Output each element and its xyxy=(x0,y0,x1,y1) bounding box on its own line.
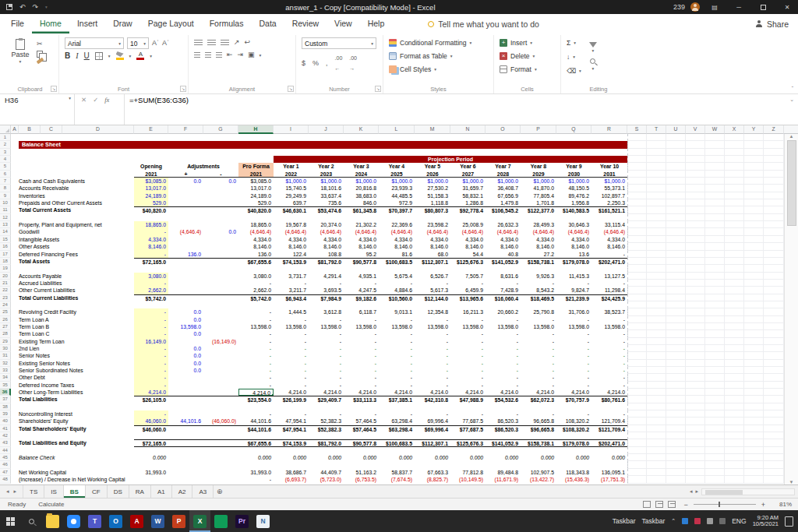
align-bottom-icon[interactable] xyxy=(221,40,229,46)
cell[interactable]: 29,249.9 xyxy=(274,192,309,199)
cell[interactable] xyxy=(647,417,666,425)
cell[interactable]: - xyxy=(556,410,591,417)
cell[interactable]: 1,956.8 xyxy=(556,199,591,206)
cell[interactable]: 0.0 xyxy=(168,367,203,374)
cell[interactable]: $42,310.8 xyxy=(415,396,450,403)
cell[interactable] xyxy=(764,265,784,272)
cell[interactable] xyxy=(168,258,203,265)
cell[interactable]: 58,837.7 xyxy=(379,469,415,476)
cell[interactable]: - xyxy=(309,330,344,337)
cell[interactable] xyxy=(686,294,705,301)
cell[interactable]: 33,637.4 xyxy=(309,192,344,199)
cell[interactable]: 25,790.8 xyxy=(521,308,556,315)
cell[interactable] xyxy=(705,454,725,461)
cell[interactable] xyxy=(11,432,627,439)
cell[interactable] xyxy=(168,287,203,294)
avatar[interactable] xyxy=(690,2,700,12)
cell[interactable] xyxy=(168,469,203,476)
cell[interactable]: - xyxy=(309,280,344,287)
cell[interactable] xyxy=(705,330,725,337)
cell[interactable]: 4,334.0 xyxy=(309,236,344,243)
cell[interactable] xyxy=(686,265,705,272)
row-header-17[interactable]: 17 xyxy=(0,251,11,258)
cell[interactable]: 20,660.2 xyxy=(486,308,521,315)
cell[interactable]: - xyxy=(309,338,344,345)
column-header-S[interactable]: S xyxy=(627,125,647,134)
cell[interactable] xyxy=(744,396,764,403)
cell[interactable]: $141,052.9 xyxy=(486,439,521,446)
cell[interactable]: 136.0 xyxy=(238,251,274,258)
cell[interactable]: 0.000 xyxy=(556,454,591,461)
cell[interactable] xyxy=(666,251,686,258)
cell[interactable] xyxy=(686,228,705,235)
cell[interactable] xyxy=(764,316,784,323)
row-header-24[interactable]: 24 xyxy=(0,301,11,308)
cell[interactable]: 63,298.4 xyxy=(379,417,415,425)
cell[interactable]: 5,675.4 xyxy=(379,273,415,280)
cell[interactable]: $108,320.2 xyxy=(556,425,591,432)
number-launcher-icon[interactable]: ↘ xyxy=(375,86,381,92)
cell[interactable]: 4,334.0 xyxy=(379,236,415,243)
cell[interactable] xyxy=(203,374,238,381)
cell[interactable]: 8,146.0 xyxy=(134,243,168,250)
row-header-5[interactable]: 5 xyxy=(0,163,11,170)
cell[interactable] xyxy=(666,374,686,381)
cell[interactable] xyxy=(203,352,238,359)
cell[interactable] xyxy=(744,439,764,446)
row-header-32[interactable]: 32 xyxy=(0,360,11,367)
row-label[interactable]: Balance Check xyxy=(11,454,134,461)
cell[interactable] xyxy=(627,330,647,337)
cell[interactable]: 3,693.5 xyxy=(309,287,344,294)
cell[interactable] xyxy=(764,236,784,243)
cell[interactable] xyxy=(744,389,764,396)
cell[interactable]: $10,560.0 xyxy=(379,294,415,301)
cell[interactable]: $179,078.0 xyxy=(556,439,591,446)
cell[interactable]: $18,469.5 xyxy=(521,294,556,301)
normal-view-icon[interactable] xyxy=(643,501,651,508)
cell[interactable] xyxy=(627,389,647,396)
cell[interactable] xyxy=(705,280,725,287)
autosum-button[interactable]: Σ▾ xyxy=(567,37,581,48)
zoom-slider[interactable] xyxy=(694,504,756,505)
cell[interactable]: (13,422.7) xyxy=(521,476,556,483)
cell[interactable] xyxy=(666,367,686,374)
row-label[interactable]: Revolving Credit Facility xyxy=(11,308,134,315)
taskbar-app-excel[interactable]: X xyxy=(189,510,210,532)
cell[interactable] xyxy=(744,134,764,141)
cell[interactable] xyxy=(627,316,647,323)
cell[interactable] xyxy=(627,206,647,213)
cell[interactable] xyxy=(666,308,686,315)
cell[interactable] xyxy=(744,454,764,461)
cell[interactable]: - xyxy=(591,316,627,323)
cell[interactable] xyxy=(666,396,686,403)
cell[interactable] xyxy=(203,345,238,352)
cell[interactable] xyxy=(744,214,764,221)
cell[interactable]: Year 1 xyxy=(274,163,309,170)
row-header-29[interactable]: 29 xyxy=(0,338,11,345)
cell[interactable]: 118,343.8 xyxy=(556,469,591,476)
row-label[interactable]: Property, Plant and Equipment, net xyxy=(11,221,134,228)
cell[interactable]: $1,000.0 xyxy=(274,178,309,185)
cell[interactable] xyxy=(686,389,705,396)
cell[interactable] xyxy=(168,425,203,432)
row-label[interactable]: Deferred Income Taxes xyxy=(11,382,134,389)
cell[interactable]: 6,118.7 xyxy=(344,308,379,315)
bold-button[interactable]: B xyxy=(65,51,70,60)
cell[interactable] xyxy=(764,294,784,301)
column-header-U[interactable]: U xyxy=(666,125,686,134)
cell[interactable] xyxy=(647,396,666,403)
cell[interactable] xyxy=(686,461,705,468)
cell[interactable]: $52,382.3 xyxy=(309,425,344,432)
cell[interactable]: 4,214.0 xyxy=(521,389,556,396)
column-header-G[interactable]: G xyxy=(203,125,238,134)
cell[interactable] xyxy=(744,469,764,476)
cell[interactable]: 108,320.2 xyxy=(556,417,591,425)
column-header-D[interactable]: D xyxy=(62,125,134,134)
cell[interactable] xyxy=(627,192,647,199)
cell[interactable]: - xyxy=(344,374,379,381)
cell[interactable]: $112,307.1 xyxy=(415,258,450,265)
cell[interactable] xyxy=(666,192,686,199)
cell[interactable]: $40,820.0 xyxy=(238,206,274,213)
cell[interactable] xyxy=(627,301,647,308)
cell[interactable] xyxy=(725,389,744,396)
